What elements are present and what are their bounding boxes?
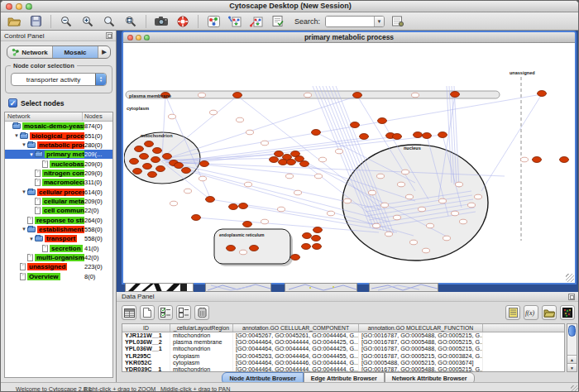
node[interactable] bbox=[169, 114, 176, 119]
tree-row[interactable]: ▼transport558(0) bbox=[5, 234, 112, 243]
tree-row[interactable]: macromolecule311(0) bbox=[5, 178, 112, 187]
tree-row[interactable]: ▼primary metabo209(... bbox=[5, 150, 112, 159]
node[interactable] bbox=[402, 170, 409, 174]
open-icon[interactable] bbox=[6, 14, 22, 29]
view-maximize-button[interactable] bbox=[144, 35, 150, 41]
node[interactable] bbox=[353, 93, 362, 98]
tree-expander-icon[interactable]: ▼ bbox=[28, 152, 35, 157]
node[interactable] bbox=[163, 154, 172, 160]
search-input[interactable] bbox=[326, 17, 374, 26]
node[interactable] bbox=[378, 118, 387, 124]
scroll-down-icon[interactable]: ▼ bbox=[567, 363, 577, 371]
tree-column-nodes[interactable]: Nodes bbox=[83, 112, 112, 121]
network-canvas[interactable]: plasma membranecytoplasmmitochondrionnuc… bbox=[124, 44, 574, 282]
node[interactable] bbox=[227, 246, 236, 251]
network-view-window[interactable]: primary metabolic process plasma membran… bbox=[123, 32, 575, 283]
node[interactable] bbox=[460, 219, 467, 224]
node[interactable] bbox=[170, 201, 178, 206]
node[interactable] bbox=[414, 132, 423, 138]
tree-row[interactable]: ▼metabolic process280(0) bbox=[5, 141, 112, 150]
attribute-select-icon[interactable] bbox=[122, 305, 136, 320]
float-panel-icon[interactable] bbox=[106, 32, 112, 39]
tree-row[interactable]: nitrogen compo209(0) bbox=[5, 169, 112, 178]
node[interactable] bbox=[398, 182, 405, 187]
table-scrollbar[interactable]: ▲ ▼ bbox=[567, 323, 577, 372]
help-icon[interactable] bbox=[175, 14, 191, 29]
node[interactable] bbox=[287, 160, 296, 165]
background-window-fragment[interactable] bbox=[369, 283, 438, 292]
scrollbar-thumb[interactable] bbox=[568, 325, 576, 337]
node[interactable] bbox=[451, 92, 460, 98]
edge[interactable] bbox=[313, 86, 371, 227]
node[interactable] bbox=[143, 164, 152, 170]
node[interactable] bbox=[294, 190, 302, 195]
node[interactable] bbox=[360, 134, 369, 140]
node[interactable] bbox=[521, 157, 529, 162]
node[interactable] bbox=[315, 174, 323, 179]
attribute-list-icon[interactable] bbox=[505, 305, 520, 320]
background-window-fragment[interactable] bbox=[125, 283, 194, 292]
node[interactable] bbox=[302, 244, 311, 250]
node[interactable] bbox=[145, 141, 154, 147]
node[interactable] bbox=[153, 148, 162, 154]
node[interactable] bbox=[475, 194, 482, 199]
node[interactable] bbox=[182, 168, 191, 174]
view-minimize-button[interactable] bbox=[136, 35, 141, 41]
node[interactable] bbox=[393, 134, 402, 140]
unselect-all-attributes-icon[interactable] bbox=[176, 305, 191, 320]
attribute-matrix-icon[interactable] bbox=[560, 305, 575, 320]
node[interactable] bbox=[313, 227, 323, 233]
table-row[interactable]: YDR039C__1mitochondrion[GO:0044464, GO:0… bbox=[122, 366, 564, 372]
node[interactable] bbox=[468, 203, 476, 208]
import-attributes-icon[interactable] bbox=[542, 305, 557, 320]
tree-row[interactable]: response to stimul264(0) bbox=[5, 215, 112, 224]
node[interactable] bbox=[148, 172, 157, 178]
tree-expander-icon[interactable]: ▼ bbox=[21, 227, 27, 232]
table-row[interactable]: YKR052Ccytoplasm[GO:0044464, GO:0044446,… bbox=[122, 360, 564, 366]
node[interactable] bbox=[313, 244, 322, 250]
node[interactable] bbox=[133, 169, 142, 174]
node[interactable] bbox=[140, 154, 149, 160]
node[interactable] bbox=[291, 255, 300, 261]
node[interactable] bbox=[344, 198, 352, 203]
node[interactable] bbox=[233, 93, 242, 98]
node[interactable] bbox=[279, 160, 288, 165]
tree-column-network[interactable]: Network bbox=[5, 112, 83, 121]
node[interactable] bbox=[270, 157, 279, 163]
node[interactable] bbox=[199, 93, 206, 98]
tree-row[interactable]: mosaic-demo-yeast874(0) bbox=[5, 122, 112, 131]
node[interactable] bbox=[200, 161, 209, 167]
node[interactable] bbox=[206, 197, 215, 203]
node-color-dropdown[interactable]: transporter activity ▲▼ bbox=[11, 73, 107, 86]
snapshot-icon[interactable] bbox=[153, 14, 170, 29]
node[interactable] bbox=[394, 215, 401, 220]
tree-row[interactable]: multi-organism pro42(0) bbox=[5, 253, 112, 262]
create-view-icon[interactable] bbox=[227, 14, 243, 29]
node[interactable] bbox=[243, 222, 252, 227]
node[interactable] bbox=[275, 151, 284, 157]
node[interactable] bbox=[130, 159, 139, 165]
node[interactable] bbox=[410, 240, 418, 245]
tab-mosaic[interactable]: Mosaic bbox=[53, 46, 98, 58]
edge[interactable] bbox=[164, 96, 357, 160]
view-close-button[interactable] bbox=[127, 35, 133, 41]
node[interactable] bbox=[151, 157, 160, 163]
node[interactable] bbox=[443, 236, 451, 241]
tree-row[interactable]: ▼cellular process614(0) bbox=[5, 187, 112, 196]
node[interactable] bbox=[412, 93, 419, 98]
delete-attribute-icon[interactable] bbox=[194, 305, 209, 320]
node[interactable] bbox=[237, 117, 244, 122]
node[interactable] bbox=[377, 174, 385, 179]
node[interactable] bbox=[303, 233, 312, 239]
destroy-view-icon[interactable] bbox=[248, 14, 265, 29]
node[interactable] bbox=[456, 182, 463, 187]
edge[interactable] bbox=[481, 94, 542, 191]
node[interactable] bbox=[229, 204, 238, 210]
zoom-selected-icon[interactable] bbox=[101, 14, 117, 29]
network-view-titlebar[interactable]: primary metabolic process bbox=[123, 32, 575, 43]
table-row[interactable]: YJR121W__1mitochondrion[GO:0045267, GO:0… bbox=[122, 332, 564, 339]
node[interactable] bbox=[438, 132, 447, 138]
configure-search-icon[interactable] bbox=[390, 14, 406, 29]
node[interactable] bbox=[336, 149, 343, 154]
node[interactable] bbox=[300, 161, 309, 167]
